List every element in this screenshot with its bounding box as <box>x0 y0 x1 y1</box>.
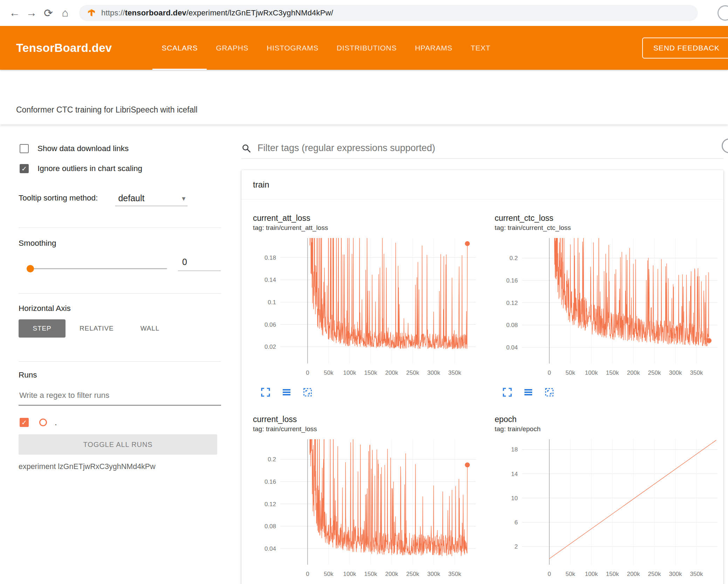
tab-histograms[interactable]: HISTOGRAMS <box>257 26 328 70</box>
svg-text:150k: 150k <box>364 571 377 577</box>
svg-text:0.16: 0.16 <box>506 277 518 284</box>
svg-text:300k: 300k <box>669 369 682 376</box>
svg-text:50k: 50k <box>565 369 575 376</box>
show-download-label: Show data download links <box>37 144 129 153</box>
svg-text:0.02: 0.02 <box>265 344 276 350</box>
axis-step-button[interactable]: STEP <box>19 319 66 338</box>
chart-actions <box>260 387 481 398</box>
divider <box>19 361 221 362</box>
smoothing-value-input[interactable] <box>178 257 221 271</box>
nav-tabs: SCALARS GRAPHS HISTOGRAMS DISTRIBUTIONS … <box>152 26 500 70</box>
svg-text:0.18: 0.18 <box>265 254 276 261</box>
ignore-outliers-checkbox[interactable]: ✓ <box>20 164 29 173</box>
url-scheme: https:// <box>101 8 125 17</box>
reload-icon[interactable]: ⟳ <box>40 5 57 21</box>
forward-icon[interactable]: → <box>23 5 40 21</box>
line-chart-current-ctc-loss[interactable]: 0.040.080.120.160.2050k100k150k200k250k3… <box>495 235 722 382</box>
chart-title: current_ctc_loss <box>495 213 722 223</box>
fullscreen-icon[interactable] <box>502 387 513 398</box>
svg-text:300k: 300k <box>669 571 682 577</box>
ignore-outliers-row: ✓ Ignore outliers in chart scaling <box>20 164 142 173</box>
svg-text:0: 0 <box>306 369 309 376</box>
axis-wall-button[interactable]: WALL <box>140 325 160 332</box>
check-icon: ✓ <box>21 419 27 426</box>
toggle-all-runs-button[interactable]: TOGGLE ALL RUNS <box>19 434 217 455</box>
svg-text:250k: 250k <box>406 571 419 577</box>
tab-distributions[interactable]: DISTRIBUTIONS <box>328 26 406 70</box>
svg-text:0: 0 <box>306 571 309 577</box>
svg-text:200k: 200k <box>627 369 640 376</box>
svg-text:300k: 300k <box>427 571 440 577</box>
svg-text:0: 0 <box>548 571 551 577</box>
tab-hparams[interactable]: HPARAMS <box>406 26 461 70</box>
svg-text:200k: 200k <box>385 571 398 577</box>
fit-domain-icon[interactable] <box>302 387 313 398</box>
axis-relative-button[interactable]: RELATIVE <box>80 325 114 332</box>
train-section-header[interactable]: train <box>241 170 723 199</box>
svg-text:250k: 250k <box>406 369 419 376</box>
svg-text:0.2: 0.2 <box>509 255 518 262</box>
svg-text:0.14: 0.14 <box>265 277 276 283</box>
svg-text:2: 2 <box>515 543 518 550</box>
svg-text:50k: 50k <box>324 571 334 577</box>
url-text: https://tensorboard.dev/experiment/lzGnE… <box>101 8 333 18</box>
chevron-down-icon: ▾ <box>182 194 185 203</box>
tensorboard-favicon <box>87 8 96 18</box>
url-path: /experiment/lzGnETjwRxC3yghNMd4kPw/ <box>186 8 333 17</box>
tooltip-sorting-value: default <box>118 193 144 203</box>
horizontal-lines-icon[interactable] <box>523 387 534 398</box>
chart-card-current-att-loss: current_att_loss tag: train/current_att_… <box>253 213 481 398</box>
fullscreen-icon[interactable] <box>260 387 271 398</box>
chart-title: current_att_loss <box>253 213 481 223</box>
search-icon <box>241 143 251 153</box>
divider <box>19 293 221 294</box>
send-feedback-button[interactable]: SEND FEEDBACK <box>642 38 728 59</box>
experiment-title: Conformer CTC training for LibriSpeech w… <box>16 105 198 115</box>
address-bar[interactable]: https://tensorboard.dev/experiment/lzGnE… <box>79 5 698 21</box>
smoothing-slider-track[interactable] <box>30 268 167 269</box>
filter-tags-input[interactable] <box>257 143 723 154</box>
svg-text:100k: 100k <box>585 571 598 577</box>
svg-text:18: 18 <box>511 446 518 453</box>
browser-avatar-cropped[interactable] <box>717 5 728 21</box>
show-download-checkbox[interactable] <box>20 144 29 153</box>
svg-text:150k: 150k <box>606 571 619 577</box>
line-chart-epoch[interactable]: 26101418050k100k150k200k250k300k350k <box>495 436 722 583</box>
tooltip-sorting-select[interactable]: default ▾ <box>115 193 187 206</box>
horizontal-lines-icon[interactable] <box>281 387 292 398</box>
run-row: ✓ . <box>20 417 57 427</box>
svg-text:350k: 350k <box>690 369 703 376</box>
svg-text:350k: 350k <box>448 571 461 577</box>
tab-scalars[interactable]: SCALARS <box>152 26 207 70</box>
svg-text:350k: 350k <box>690 571 703 577</box>
chart-tag: tag: train/current_att_loss <box>253 224 481 232</box>
svg-text:200k: 200k <box>385 369 398 376</box>
run-checkbox[interactable]: ✓ <box>20 418 29 427</box>
tooltip-sorting-label: Tooltip sorting method: <box>19 193 98 206</box>
chart-tag: tag: train/current_loss <box>253 425 481 433</box>
train-section-label: train <box>253 180 269 190</box>
tab-graphs[interactable]: GRAPHS <box>207 26 257 70</box>
svg-text:0.12: 0.12 <box>506 300 518 306</box>
svg-text:50k: 50k <box>324 369 334 376</box>
svg-text:250k: 250k <box>648 369 661 376</box>
tensorboard-logo[interactable]: TensorBoard.dev <box>16 41 112 55</box>
runs-label: Runs <box>19 371 37 380</box>
chart-tag: tag: train/current_ctc_loss <box>495 224 722 232</box>
line-chart-current-loss[interactable]: 0.040.080.120.160.2050k100k150k200k250k3… <box>253 436 481 583</box>
back-icon[interactable]: ← <box>6 5 23 21</box>
svg-text:200k: 200k <box>627 571 640 577</box>
svg-text:0.04: 0.04 <box>265 545 276 552</box>
smoothing-label: Smoothing <box>19 239 56 248</box>
runs-regex-input[interactable] <box>19 387 221 406</box>
experiment-title-bar: Conformer CTC training for LibriSpeech w… <box>0 70 728 124</box>
svg-text:0.2: 0.2 <box>268 456 276 463</box>
smoothing-slider-thumb[interactable] <box>27 265 34 272</box>
tensorboard-header: TensorBoard.dev SCALARS GRAPHS HISTOGRAM… <box>0 26 728 70</box>
tab-text[interactable]: TEXT <box>462 26 500 70</box>
home-icon[interactable]: ⌂ <box>57 5 74 21</box>
fit-domain-icon[interactable] <box>544 387 555 398</box>
chart-card-epoch: epoch tag: train/epoch 26101418050k100k1… <box>495 415 722 584</box>
check-icon: ✓ <box>21 165 27 172</box>
line-chart-current-att-loss[interactable]: 0.020.060.10.140.18050k100k150k200k250k3… <box>253 235 481 382</box>
